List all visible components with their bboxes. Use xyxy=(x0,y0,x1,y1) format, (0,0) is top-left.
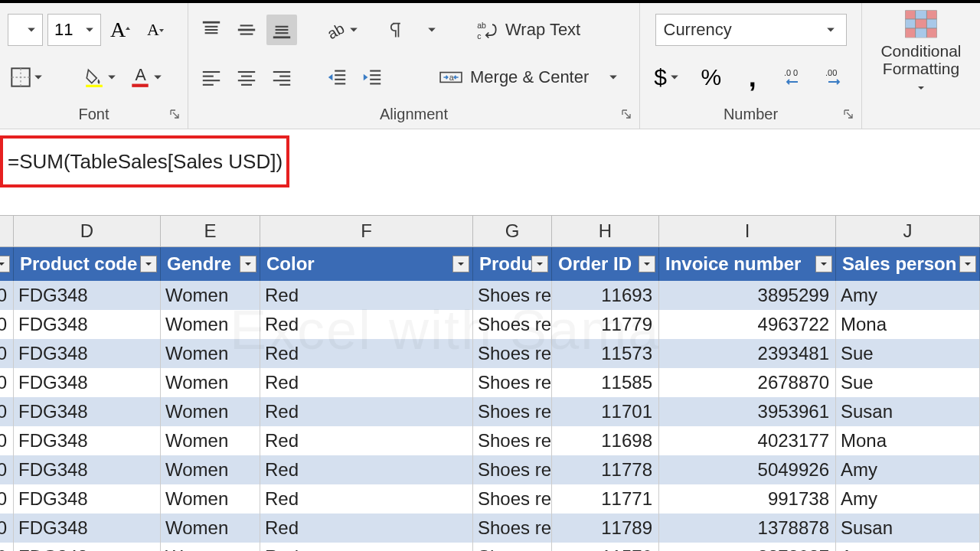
header-product[interactable]: Produ xyxy=(473,247,552,281)
header-product-code[interactable]: Product code xyxy=(14,247,161,281)
font-color-button[interactable]: A xyxy=(127,62,168,93)
table-row[interactable]: 0FDG348WomenRedShoes re116984023177Mona xyxy=(0,426,980,455)
cell[interactable]: 0 xyxy=(0,397,14,426)
cell[interactable]: Shoes re xyxy=(473,514,552,543)
col-header-d[interactable]: D xyxy=(14,216,161,246)
align-left-icon[interactable] xyxy=(196,62,227,93)
cell[interactable]: 11570 xyxy=(552,543,659,551)
cell[interactable]: 1378878 xyxy=(659,514,836,543)
font-dialog-launcher-icon[interactable] xyxy=(168,107,181,121)
ltr-button[interactable] xyxy=(381,15,412,45)
cell[interactable]: Red xyxy=(260,514,473,543)
spreadsheet-grid[interactable]: D E F G H I J Product code Gendre Color … xyxy=(0,215,980,551)
rtl-dropdown[interactable] xyxy=(416,15,447,45)
table-row[interactable]: 0FDG348WomenRedShoes re117891378878Susan xyxy=(0,514,980,543)
filter-icon[interactable] xyxy=(531,256,548,272)
conditional-formatting-button[interactable]: ConditionalFormatting xyxy=(870,6,972,98)
filter-icon[interactable] xyxy=(815,256,832,272)
cell[interactable]: Mona xyxy=(836,310,980,339)
col-header[interactable] xyxy=(0,216,14,246)
cell[interactable]: FDG348 xyxy=(14,339,161,368)
cell[interactable]: 4023177 xyxy=(659,426,836,455)
cell[interactable]: 11771 xyxy=(552,484,659,514)
cell[interactable]: Amy xyxy=(836,455,980,484)
header-invoice-number[interactable]: Invoice number xyxy=(659,247,836,281)
col-header-j[interactable]: J xyxy=(836,216,980,246)
cell[interactable]: Red xyxy=(260,397,473,426)
table-row[interactable]: 0FDG348WomenRedShoes re115702272027Amy xyxy=(0,543,980,551)
decrease-decimal-icon[interactable]: .00 xyxy=(820,62,851,93)
cell[interactable]: 5049926 xyxy=(659,455,836,484)
wrap-text-button[interactable]: abc Wrap Text xyxy=(472,14,585,46)
cell[interactable]: 11789 xyxy=(552,514,659,543)
cell[interactable]: Shoes re xyxy=(473,426,552,455)
alignment-dialog-launcher-icon[interactable] xyxy=(619,107,633,121)
cell[interactable]: 11778 xyxy=(552,455,659,484)
align-middle-icon[interactable] xyxy=(231,15,262,45)
cell[interactable]: 0 xyxy=(0,455,14,484)
cell[interactable]: Women xyxy=(161,514,260,543)
col-header-e[interactable]: E xyxy=(161,216,260,246)
cell[interactable]: Red xyxy=(260,426,473,455)
cell[interactable]: Amy xyxy=(836,484,980,514)
orientation-button[interactable]: ab xyxy=(322,15,364,45)
cell[interactable]: FDG348 xyxy=(14,455,161,484)
cell[interactable]: 11693 xyxy=(552,281,659,310)
align-right-icon[interactable] xyxy=(266,62,297,93)
cell[interactable]: FDG348 xyxy=(14,543,161,551)
cell[interactable]: 0 xyxy=(0,514,14,543)
cell[interactable]: 0 xyxy=(0,339,14,368)
cell[interactable]: Women xyxy=(161,281,260,310)
cell[interactable]: 0 xyxy=(0,484,14,514)
cell[interactable]: Red xyxy=(260,310,473,339)
filter-icon[interactable] xyxy=(452,256,469,272)
align-center-icon[interactable] xyxy=(231,62,262,93)
cell[interactable]: 11701 xyxy=(552,397,659,426)
cell[interactable]: Shoes re xyxy=(473,543,552,551)
cell[interactable]: 3895299 xyxy=(659,281,836,310)
number-format-dropdown[interactable]: Currency xyxy=(655,14,847,46)
cell[interactable]: Shoes re xyxy=(473,484,552,514)
col-header-g[interactable]: G xyxy=(473,216,552,246)
filter-icon[interactable] xyxy=(0,256,10,272)
filter-icon[interactable] xyxy=(639,256,655,272)
table-row[interactable]: 0FDG348WomenRedShoes re11771991738Amy xyxy=(0,484,980,514)
comma-format-icon[interactable]: , xyxy=(737,62,768,93)
cell[interactable]: 3953961 xyxy=(659,397,836,426)
cell[interactable]: Women xyxy=(161,484,260,514)
col-header-i[interactable]: I xyxy=(659,216,836,246)
formula-bar[interactable]: =SUM(TableSales[Sales USD]) xyxy=(0,135,289,187)
cell[interactable]: Shoes re xyxy=(473,281,552,310)
col-header-h[interactable]: H xyxy=(552,216,659,246)
align-top-icon[interactable] xyxy=(196,15,227,45)
cell[interactable]: 2393481 xyxy=(659,339,836,368)
increase-decimal-icon[interactable]: .00 xyxy=(779,62,809,93)
number-dialog-launcher-icon[interactable] xyxy=(841,107,855,121)
cell[interactable]: 991738 xyxy=(659,484,836,514)
cell[interactable]: Red xyxy=(260,455,473,484)
table-row[interactable]: 0FDG348WomenRedShoes re116933895299Amy xyxy=(0,281,980,310)
cell[interactable]: Shoes re xyxy=(473,368,552,397)
cell[interactable]: Women xyxy=(161,368,260,397)
cell[interactable]: FDG348 xyxy=(14,397,161,426)
cell[interactable]: Susan xyxy=(836,514,980,543)
cell[interactable]: FDG348 xyxy=(14,426,161,455)
cell[interactable]: 11779 xyxy=(552,310,659,339)
filter-icon[interactable] xyxy=(240,256,256,272)
cell[interactable]: Amy xyxy=(836,543,980,551)
cell[interactable]: 0 xyxy=(0,281,14,310)
header-gendre[interactable]: Gendre xyxy=(161,247,260,281)
cell[interactable]: Shoes re xyxy=(473,397,552,426)
cell[interactable]: 0 xyxy=(0,310,14,339)
cell[interactable]: Red xyxy=(260,281,473,310)
cell[interactable]: 11585 xyxy=(552,368,659,397)
percent-format-icon[interactable]: % xyxy=(696,62,727,93)
table-row[interactable]: 0FDG348WomenRedShoes re117794963722Mona xyxy=(0,310,980,339)
cell[interactable]: 11698 xyxy=(552,426,659,455)
cell[interactable]: 0 xyxy=(0,368,14,397)
cell[interactable]: Shoes re xyxy=(473,339,552,368)
cell[interactable]: Women xyxy=(161,426,260,455)
increase-font-icon[interactable]: A xyxy=(106,15,136,45)
decrease-font-icon[interactable]: A xyxy=(141,15,172,45)
font-size-dropdown[interactable]: 11 xyxy=(47,14,101,46)
